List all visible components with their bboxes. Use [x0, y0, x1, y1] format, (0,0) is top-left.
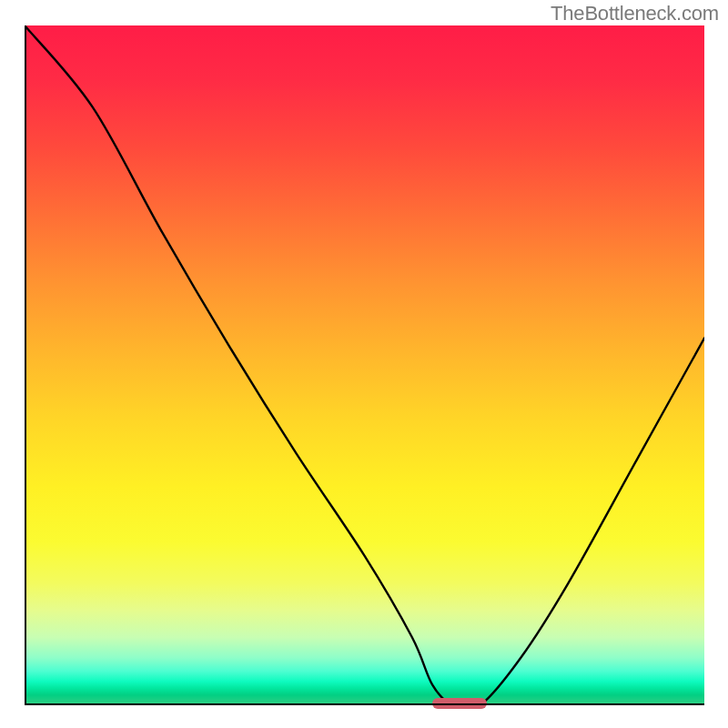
axes — [25, 25, 704, 705]
plot-area — [25, 25, 704, 705]
y-axis-line — [25, 25, 26, 705]
x-axis-line — [25, 703, 704, 705]
chart-container: TheBottleneck.com — [0, 0, 728, 728]
watermark-text: TheBottleneck.com — [551, 2, 719, 25]
